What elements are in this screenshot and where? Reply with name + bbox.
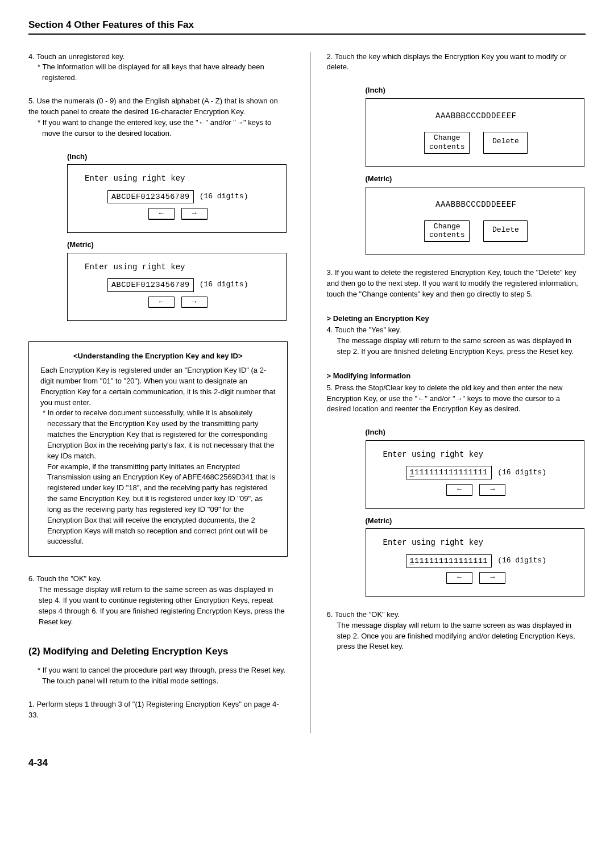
step-1: 1. Perform steps 1 through 3 of "(1) Reg…: [28, 699, 288, 721]
encryption-key-field[interactable]: ABCDEF0123456789: [107, 190, 194, 204]
step-text: 5. Use the numerals (0 - 9) and the Engl…: [28, 96, 288, 118]
step-body: The message display will return to the s…: [28, 585, 288, 627]
step-6: 6. Touch the "OK" key. The message displ…: [28, 574, 288, 627]
digits-hint: (16 digits): [200, 191, 248, 202]
step-5r: 5. Press the Stop/Clear key to delete th…: [327, 383, 586, 415]
info-note: * In order to receive document successfu…: [40, 408, 276, 461]
step-text: 3. If you want to delete the registered …: [327, 268, 586, 300]
section-title: Section 4 Other Features of this Fax: [28, 18, 586, 35]
unit-inch-label: (Inch): [366, 85, 586, 96]
arrow-right-button[interactable]: →: [181, 297, 208, 308]
step-3: 3. If you want to delete the registered …: [327, 268, 586, 300]
lcd-code: AAABBBCCCDDDEEEF: [376, 110, 576, 122]
unit-metric-label: (Metric): [366, 516, 586, 527]
right-column: 2. Touch the key which displays the Encr…: [310, 52, 586, 733]
lcd-box-inch: AAABBBCCCDDDEEEF Change contents Delete: [366, 98, 585, 166]
info-title: <Understanding the Encryption Key and ke…: [40, 351, 276, 362]
lcd-box-metric-2: Enter using right key 1111111111111111 (…: [366, 528, 585, 596]
step-text: 4. Touch an unregistered key.: [28, 52, 288, 62]
digits-hint: (16 digits): [497, 556, 546, 566]
digits-hint: (16 digits): [497, 468, 546, 478]
delete-button[interactable]: Delete: [483, 220, 528, 242]
lcd-prompt: Enter using right key: [383, 449, 576, 460]
unit-metric-label: (Metric): [366, 174, 586, 185]
lcd-prompt: Enter using right key: [383, 537, 576, 548]
arrow-right-button[interactable]: →: [479, 572, 505, 584]
left-column: 4. Touch an unregistered key. * The info…: [28, 52, 288, 733]
step-4: 4. Touch an unregistered key. * The info…: [28, 52, 288, 84]
cancel-note: * If you want to cancel the procedure pa…: [33, 665, 288, 687]
lcd-box-metric: Enter using right key ABCDEF0123456789 (…: [67, 253, 287, 321]
info-box: <Understanding the Encryption Key and ke…: [28, 341, 288, 557]
digits-hint: (16 digits): [200, 279, 248, 290]
step-2: 2. Touch the key which displays the Encr…: [327, 52, 586, 73]
lcd-prompt: Enter using right key: [85, 261, 278, 273]
arrow-left-button[interactable]: ←: [446, 484, 472, 496]
modifying-heading: > Modifying information: [327, 371, 586, 382]
lcd-code: AAABBBCCCDDDEEEF: [376, 199, 576, 210]
change-contents-button[interactable]: Change contents: [424, 220, 470, 242]
subsection-heading: (2) Modifying and Deleting Encryption Ke…: [28, 645, 288, 659]
page-number: 4-34: [28, 756, 586, 770]
step-text: 2. Touch the key which displays the Encr…: [327, 52, 586, 73]
info-example: For example, if the transmitting party i…: [40, 462, 276, 548]
step-body: The message display will return to the s…: [327, 620, 586, 653]
step-text: 6. Touch the "OK" key.: [327, 610, 586, 620]
step-5: 5. Use the numerals (0 - 9) and the Engl…: [28, 96, 288, 139]
arrow-left-button[interactable]: ←: [148, 297, 175, 308]
step-text: 4. Touch the "Yes" key.: [327, 325, 586, 336]
lcd-box-metric: AAABBBCCCDDDEEEF Change contents Delete: [366, 187, 585, 255]
info-paragraph: Each Encryption Key is registered under …: [40, 365, 276, 408]
step-text: 1. Perform steps 1 through 3 of "(1) Reg…: [28, 699, 288, 721]
step-text: 5. Press the Stop/Clear key to delete th…: [327, 383, 586, 415]
encryption-key-field[interactable]: 1111111111111111: [406, 554, 492, 568]
arrow-right-button[interactable]: →: [479, 484, 505, 496]
step-6r: 6. Touch the "OK" key. The message displ…: [327, 610, 586, 652]
arrow-left-button[interactable]: ←: [148, 208, 175, 220]
deleting-heading: > Deleting an Encryption Key: [327, 314, 586, 324]
unit-inch-label: (Inch): [67, 152, 288, 162]
arrow-right-button[interactable]: →: [181, 208, 208, 220]
delete-button[interactable]: Delete: [483, 132, 528, 153]
lcd-prompt: Enter using right key: [85, 173, 278, 184]
step-note: * If you want to change the entered key,…: [33, 118, 288, 139]
unit-inch-label: (Inch): [366, 427, 586, 438]
step-note: * The information will be displayed for …: [33, 62, 288, 84]
unit-metric-label: (Metric): [67, 240, 288, 251]
encryption-key-field[interactable]: ABCDEF0123456789: [107, 278, 194, 292]
step-body: The message display will return to the s…: [327, 336, 586, 357]
change-contents-button[interactable]: Change contents: [424, 132, 470, 153]
step-4r: 4. Touch the "Yes" key. The message disp…: [327, 325, 586, 357]
lcd-box-inch: Enter using right key ABCDEF0123456789 (…: [67, 164, 287, 232]
arrow-left-button[interactable]: ←: [446, 572, 472, 584]
lcd-box-inch-2: Enter using right key 1111111111111111 (…: [366, 440, 585, 508]
encryption-key-field[interactable]: 1111111111111111: [406, 466, 492, 479]
step-text: 6. Touch the "OK" key.: [28, 574, 288, 585]
